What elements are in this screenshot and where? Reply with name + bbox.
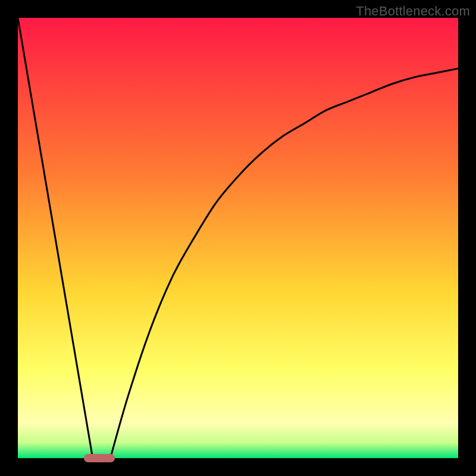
chart-curve-layer — [18, 18, 458, 458]
attribution-text: TheBottleneck.com — [356, 4, 470, 19]
chart-frame — [18, 18, 458, 458]
curve-left-slope — [18, 18, 93, 458]
bottleneck-marker — [84, 454, 115, 462]
curve-right — [110, 68, 458, 458]
